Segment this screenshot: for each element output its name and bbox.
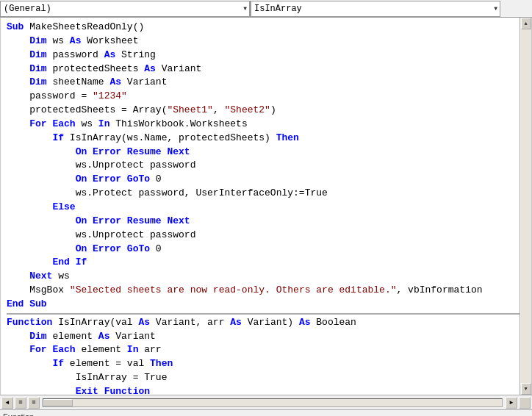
code-line: Next ws	[7, 270, 517, 284]
indent-button-1[interactable]: ≡	[15, 397, 26, 409]
code-line: Function IsInArray(val As Variant, arr A…	[7, 316, 517, 330]
scroll-left-button[interactable]: ◄	[1, 397, 13, 409]
function-dropdown-wrapper: IsInArray	[251, 1, 500, 17]
general-dropdown[interactable]: (General)	[0, 1, 250, 17]
horizontal-scroll-thumb[interactable]	[43, 399, 73, 406]
code-line: On Error Resume Next	[7, 215, 517, 229]
code-line: End Sub	[7, 298, 517, 312]
status-label: Function	[3, 412, 34, 417]
code-line: MsgBox "Selected sheets are now read-onl…	[7, 284, 517, 298]
code-line: Sub MakeSheetsReadOnly()	[7, 21, 517, 35]
scroll-down-button[interactable]: ▼	[521, 383, 531, 395]
scroll-track[interactable]	[521, 29, 531, 383]
function-dropdown[interactable]: IsInArray	[251, 1, 500, 17]
code-line: Dim sheetName As Variant	[7, 76, 517, 90]
code-editor: Sub MakeSheetsReadOnly() Dim ws As Works…	[0, 18, 532, 395]
scrollbar-vertical[interactable]: ▲ ▼	[520, 18, 531, 395]
code-line: Else	[7, 201, 517, 215]
scroll-up-button[interactable]: ▲	[521, 18, 531, 29]
code-line: If element = val Then	[7, 357, 517, 371]
code-line: End If	[7, 256, 517, 270]
code-line: On Error Resume Next	[7, 146, 517, 159]
code-content[interactable]: Sub MakeSheetsReadOnly() Dim ws As Works…	[1, 18, 531, 395]
code-line: ws.Unprotect password	[7, 229, 517, 243]
code-line: If IsInArray(ws.Name, protectedSheets) T…	[7, 132, 517, 146]
bottom-scrollbar: ◄ ≡ ≡ ►	[0, 395, 532, 409]
code-line: Dim ws As Worksheet	[7, 35, 517, 49]
indent-button-2[interactable]: ≡	[28, 397, 40, 409]
code-line: ws.Protect password, UserInterfaceOnly:=…	[7, 187, 517, 201]
code-line: ws.Unprotect password	[7, 159, 517, 173]
code-line: For Each ws In ThisWorkbook.Worksheets	[7, 118, 517, 132]
code-line: Dim password As String	[7, 49, 517, 62]
code-line: password = "1234"	[7, 90, 517, 104]
code-line: protectedSheets = Array("Sheet1", "Sheet…	[7, 104, 517, 118]
code-line: On Error GoTo 0	[7, 173, 517, 187]
scroll-right-button[interactable]: ►	[506, 397, 517, 409]
code-line: Exit Function	[7, 385, 517, 395]
general-dropdown-wrapper: (General)	[0, 1, 251, 17]
code-line: Dim protectedSheets As Variant	[7, 62, 517, 76]
code-line: IsInArray = True	[7, 371, 517, 385]
corner-box	[519, 397, 531, 409]
horizontal-scroll-track[interactable]	[43, 398, 503, 407]
status-bar: Function	[0, 409, 532, 416]
code-line: For Each element In arr	[7, 343, 517, 357]
code-line: On Error GoTo 0	[7, 243, 517, 257]
code-section-separator	[7, 313, 521, 315]
top-bar: (General) IsInArray	[0, 0, 532, 18]
code-line: Dim element As Variant	[7, 330, 517, 344]
